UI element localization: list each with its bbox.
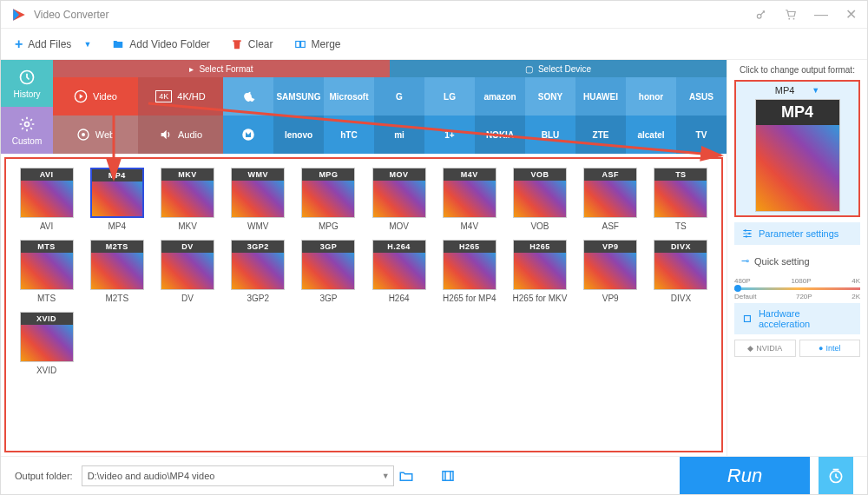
format-m2ts[interactable]: M2TSM2TS — [83, 238, 150, 305]
format-divx[interactable]: DIVXDIVX — [648, 238, 714, 305]
brand-honor[interactable]: honor — [626, 77, 676, 116]
brand-amazon[interactable]: amazon — [475, 77, 525, 116]
svg-point-6 — [25, 122, 30, 126]
format-mp4[interactable]: MP4MP4 — [83, 166, 150, 233]
intel-chip[interactable]: ● Intel — [799, 340, 861, 357]
add-folder-button[interactable]: Add Video Folder — [112, 38, 210, 50]
format-grid-area: AVIAVIMP4MP4MKVMKVWMVWMVMPGMPGMOVMOVM4VM… — [4, 157, 723, 452]
svg-point-2 — [793, 17, 795, 19]
brand-SAMSUNG[interactable]: SAMSUNG — [273, 77, 324, 116]
output-path-input[interactable] — [82, 465, 394, 486]
format-label: H265 for MP4 — [443, 294, 496, 303]
brand-Microsoft[interactable]: Microsoft — [324, 77, 374, 116]
brand-HUAWEI[interactable]: HUAWEI — [575, 77, 626, 116]
svg-rect-14 — [744, 316, 750, 322]
custom-button[interactable]: Custom — [1, 107, 53, 154]
format-mts[interactable]: MTSMTS — [13, 238, 80, 305]
clear-button[interactable]: Clear — [231, 38, 273, 50]
brand-G[interactable]: G — [374, 77, 424, 116]
brand-LG[interactable]: LG — [424, 77, 475, 116]
format-label: DIVX — [671, 294, 691, 303]
format-label: H265 for MKV — [513, 294, 568, 303]
format-m4v[interactable]: M4VM4V — [436, 166, 503, 233]
change-format-label: Click to change output format: — [734, 65, 860, 75]
format-h265-for-mkv[interactable]: H265H265 for MKV — [506, 238, 573, 305]
format-3gp[interactable]: 3GP3GP — [295, 238, 362, 305]
format-label: MP4 — [108, 221, 127, 231]
film-icon[interactable] — [440, 468, 456, 484]
format-label: M4V — [461, 221, 479, 231]
category-audio[interactable]: Audio — [138, 116, 223, 154]
folder-open-icon[interactable] — [398, 468, 414, 484]
format-ts[interactable]: TSTS — [648, 166, 714, 233]
brand-BLU[interactable]: BLU — [525, 116, 575, 154]
svg-point-1 — [788, 17, 790, 19]
brand-apple-moto[interactable] — [223, 116, 273, 154]
category-video[interactable]: Video — [53, 77, 138, 116]
select-device-tab[interactable]: ▢ Select Device — [390, 60, 727, 77]
add-folder-label: Add Video Folder — [129, 38, 210, 50]
history-button[interactable]: History — [1, 60, 53, 107]
select-format-tab[interactable]: ▸ Select Format — [53, 60, 390, 77]
brand-TV[interactable]: TV — [676, 116, 727, 154]
format-mpg[interactable]: MPGMPG — [295, 166, 362, 233]
brand-ZTE[interactable]: ZTE — [575, 116, 626, 154]
run-button[interactable]: Run — [680, 457, 810, 495]
chevron-down-icon[interactable]: ▼ — [812, 86, 819, 95]
format-mkv[interactable]: MKVMKV — [154, 166, 220, 233]
slider-thumb[interactable] — [734, 285, 741, 292]
app-logo-icon — [11, 7, 27, 23]
format-label: AVI — [40, 221, 53, 231]
format-3gp2[interactable]: 3GP23GP2 — [225, 238, 292, 305]
app-title: Video Converter — [34, 9, 755, 21]
format-h265-for-mp4[interactable]: H265H265 for MP4 — [436, 238, 503, 305]
close-button[interactable]: ✕ — [845, 6, 857, 23]
add-files-button[interactable]: + Add Files ▼ — [15, 36, 91, 52]
brand-apple-moto[interactable] — [223, 77, 273, 116]
svg-rect-15 — [443, 471, 453, 480]
output-format-preview[interactable]: MP4▼ MP4 — [734, 80, 860, 217]
trash-icon — [231, 38, 243, 50]
merge-button[interactable]: Merge — [294, 38, 341, 50]
brand-NOKIA[interactable]: NOKIA — [475, 116, 525, 154]
brand-mi[interactable]: mi — [374, 116, 424, 154]
schedule-button[interactable] — [819, 457, 853, 495]
4k-icon: 4K — [155, 90, 172, 102]
format-xvid[interactable]: XVIDXVID — [13, 310, 80, 377]
minimize-button[interactable]: — — [814, 7, 828, 23]
format-vp9[interactable]: VP9VP9 — [577, 238, 644, 305]
format-asf[interactable]: ASFASF — [577, 166, 644, 233]
quality-slider[interactable]: 480P1080P4K Default720P2K — [734, 277, 860, 298]
quick-setting-button[interactable]: ⊸ Quick setting — [734, 250, 860, 272]
brand-1+[interactable]: 1+ — [424, 116, 475, 154]
brand-lenovo[interactable]: lenovo — [273, 116, 324, 154]
format-avi[interactable]: AVIAVI — [13, 166, 80, 233]
svg-point-9 — [82, 133, 85, 136]
custom-label: Custom — [12, 136, 42, 146]
toggle-icon: ⊸ — [741, 255, 749, 267]
format-mov[interactable]: MOVMOV — [365, 166, 432, 233]
history-icon — [18, 69, 36, 86]
parameter-settings-button[interactable]: Parameter settings — [734, 222, 860, 245]
format-vob[interactable]: VOBVOB — [506, 166, 573, 233]
hardware-accel-button[interactable]: Hardware acceleration — [734, 303, 860, 334]
play-icon — [74, 89, 88, 103]
format-dv[interactable]: DVDV — [154, 238, 220, 305]
format-wmv[interactable]: WMVWMV — [225, 166, 292, 233]
chrome-icon — [76, 128, 90, 142]
brand-SONY[interactable]: SONY — [525, 77, 575, 116]
titlebar: Video Converter — ✕ — [1, 1, 867, 29]
category-4k[interactable]: 4K 4K/HD — [138, 77, 223, 116]
format-h264[interactable]: H.264H264 — [365, 238, 432, 305]
svg-point-12 — [748, 233, 750, 234]
nvidia-chip[interactable]: ◆ NVIDIA — [734, 340, 796, 357]
brand-hTC[interactable]: hTC — [324, 116, 374, 154]
brand-ASUS[interactable]: ASUS — [676, 77, 727, 116]
category-web[interactable]: Web — [53, 116, 138, 154]
chevron-down-icon[interactable]: ▼ — [83, 40, 91, 49]
speaker-icon — [159, 128, 173, 142]
key-icon[interactable] — [755, 9, 767, 21]
chevron-down-icon[interactable]: ▼ — [382, 472, 390, 480]
brand-alcatel[interactable]: alcatel — [626, 116, 676, 154]
cart-icon[interactable] — [785, 9, 797, 21]
